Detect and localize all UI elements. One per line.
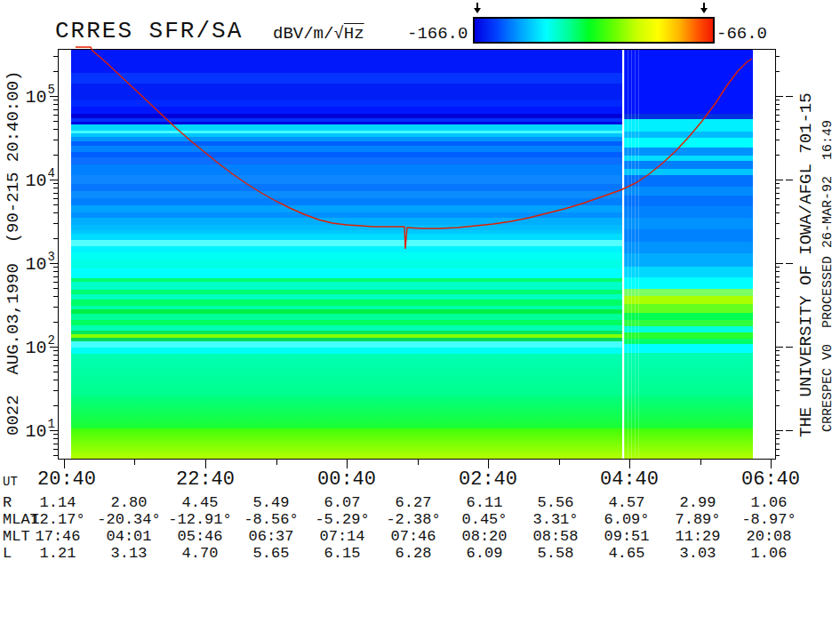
ephemeris-value: 20:08 bbox=[716, 528, 822, 545]
y-axis-label: 103 bbox=[13, 252, 54, 275]
y-axis-minor-tick bbox=[53, 271, 58, 272]
y-axis-minor-tick bbox=[53, 390, 58, 391]
y-axis-minor-tick bbox=[53, 455, 58, 456]
y-axis-minor-tick bbox=[53, 444, 58, 444]
y-axis-minor-tick bbox=[53, 282, 58, 283]
x-axis-time-label: 00:40 bbox=[293, 468, 400, 491]
y-axis-major-tick-right bbox=[775, 430, 783, 431]
y-axis-minor-tick bbox=[53, 296, 58, 297]
y-axis-minor-tick bbox=[53, 121, 58, 122]
y-axis-minor-tick bbox=[53, 155, 58, 156]
y-axis-label-exponent: 5 bbox=[48, 83, 55, 97]
x-axis-time-label: 04:40 bbox=[576, 468, 683, 491]
y-axis-minor-tick-right bbox=[775, 444, 780, 444]
x-axis-major-tick bbox=[771, 460, 772, 468]
y-axis-minor-tick bbox=[53, 109, 58, 110]
overlay-axis-tick bbox=[786, 263, 793, 264]
y-axis-minor-tick bbox=[53, 276, 58, 277]
y-axis-label: 102 bbox=[13, 335, 54, 358]
y-axis-minor-tick-right bbox=[775, 115, 780, 116]
y-axis-minor-tick bbox=[53, 204, 58, 205]
y-axis-minor-tick bbox=[53, 104, 58, 105]
y-axis-minor-tick-right bbox=[775, 271, 780, 272]
y-axis-minor-tick-right bbox=[775, 212, 780, 213]
y-axis-label-exponent: 1 bbox=[48, 417, 55, 431]
y-axis-minor-tick bbox=[53, 355, 58, 356]
y-axis-minor-tick bbox=[53, 238, 58, 239]
y-axis-minor-tick bbox=[53, 288, 58, 289]
y-axis-minor-tick bbox=[53, 212, 58, 213]
y-axis-minor-tick-right bbox=[775, 380, 780, 380]
y-axis-label-base: 10 bbox=[26, 254, 47, 275]
y-axis-label: 104 bbox=[13, 168, 54, 191]
x-axis-minor-tick bbox=[559, 460, 560, 465]
y-axis-minor-tick bbox=[53, 449, 58, 450]
ephemeris-value: -8.97° bbox=[716, 511, 822, 528]
y-axis-minor-tick-right bbox=[775, 100, 780, 100]
y-axis-minor-tick-right bbox=[775, 390, 780, 391]
x-axis-time-label: 20:40 bbox=[13, 468, 120, 491]
y-axis-minor-tick-right bbox=[775, 129, 780, 130]
x-axis-time-label: 06:40 bbox=[717, 468, 824, 491]
y-axis-minor-tick bbox=[53, 188, 58, 188]
y-axis-minor-tick-right bbox=[775, 267, 780, 268]
y-axis-minor-tick bbox=[53, 267, 58, 268]
x-axis-major-tick bbox=[64, 460, 65, 468]
y-axis-minor-tick-right bbox=[775, 198, 780, 199]
y-axis-label: 101 bbox=[13, 419, 54, 442]
y-axis-minor-tick bbox=[53, 365, 58, 366]
x-axis-minor-tick bbox=[276, 460, 277, 465]
y-axis-minor-tick-right bbox=[775, 71, 780, 72]
y-axis-minor-tick bbox=[53, 322, 58, 323]
y-axis-minor-tick-right bbox=[775, 155, 780, 156]
y-axis-label-base: 10 bbox=[26, 338, 47, 358]
y-axis-minor-tick-right bbox=[775, 355, 780, 356]
y-axis-minor-tick-right bbox=[775, 372, 780, 372]
y-axis-minor-tick-right bbox=[775, 56, 780, 57]
spectrogram-page: CRRES SFR/SA dBV/m/√Hz -166.0 -66.0 0022… bbox=[0, 0, 840, 640]
y-axis-label-exponent: 3 bbox=[48, 250, 55, 264]
y-axis-minor-tick bbox=[53, 434, 58, 435]
x-axis-minor-tick bbox=[700, 460, 701, 465]
y-axis-minor-tick-right bbox=[775, 307, 780, 308]
y-axis-minor-tick bbox=[53, 307, 58, 308]
y-axis-minor-tick-right bbox=[775, 193, 780, 194]
overlay-axis-tick bbox=[786, 347, 793, 348]
y-axis-minor-tick-right bbox=[775, 449, 780, 450]
y-axis-major-tick-right bbox=[775, 347, 783, 348]
y-axis-minor-tick-right bbox=[775, 204, 780, 205]
y-axis-minor-tick-right bbox=[775, 238, 780, 239]
overlay-axis-tick bbox=[786, 180, 793, 180]
y-axis-minor-tick-right bbox=[775, 183, 780, 184]
y-axis-minor-tick-right bbox=[775, 104, 780, 105]
y-axis-minor-tick bbox=[53, 71, 58, 72]
y-axis-minor-tick-right bbox=[775, 322, 780, 323]
overlay-axis-tick bbox=[786, 96, 793, 97]
y-axis-minor-tick bbox=[53, 140, 58, 140]
plot-frame bbox=[58, 49, 776, 460]
ephemeris-value: 1.06 bbox=[716, 494, 822, 511]
y-axis-label-base: 10 bbox=[26, 171, 47, 191]
x-axis-major-tick bbox=[347, 460, 348, 468]
overlay-axis-tick bbox=[786, 430, 793, 431]
y-axis-minor-tick bbox=[53, 372, 58, 372]
y-axis-label-base: 10 bbox=[26, 87, 47, 108]
y-axis-minor-tick-right bbox=[775, 288, 780, 289]
y-axis-minor-tick bbox=[53, 198, 58, 199]
y-axis-label-base: 10 bbox=[26, 421, 47, 442]
y-axis-minor-tick-right bbox=[775, 365, 780, 366]
x-axis-major-tick bbox=[205, 460, 206, 468]
y-axis-minor-tick-right bbox=[775, 296, 780, 297]
y-axis-minor-tick-right bbox=[775, 455, 780, 456]
y-axis-minor-tick-right bbox=[775, 223, 780, 224]
y-axis-major-tick-right bbox=[775, 180, 783, 180]
y-axis-label: 105 bbox=[13, 84, 54, 108]
y-axis-minor-tick-right bbox=[775, 434, 780, 435]
y-axis-minor-tick-right bbox=[775, 188, 780, 188]
plot-area: 105104103102101UT20:4022:4000:4002:4004:… bbox=[0, 0, 840, 640]
y-axis-minor-tick-right bbox=[775, 405, 780, 406]
x-axis-minor-tick bbox=[134, 460, 135, 465]
ephemeris-value: 1.06 bbox=[716, 545, 822, 562]
x-axis-major-tick bbox=[629, 460, 630, 468]
y-axis-minor-tick bbox=[53, 360, 58, 361]
